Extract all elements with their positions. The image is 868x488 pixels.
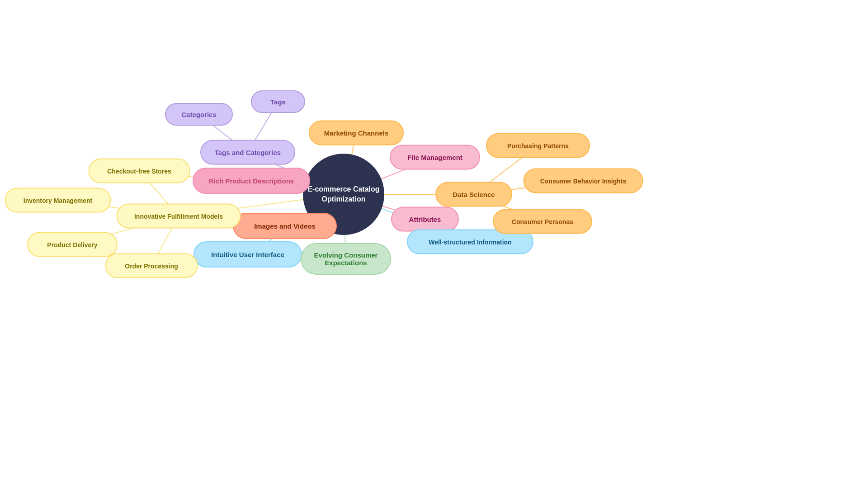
node-tags[interactable]: Tags [251,90,305,113]
mindmap-canvas: E-commerce Catalog OptimizationTagsCateg… [0,0,868,488]
node-consumer-behavior[interactable]: Consumer Behavior Insights [524,169,643,193]
node-categories[interactable]: Categories [165,103,233,126]
node-rich-desc[interactable]: Rich Product Descriptions [193,168,310,194]
node-product-delivery[interactable]: Product Delivery [27,232,118,257]
node-data-science[interactable]: Data Science [435,182,512,207]
node-purchasing[interactable]: Purchasing Patterns [486,133,590,158]
node-checkout-free[interactable]: Checkout-free Stores [89,159,190,183]
node-marketing[interactable]: Marketing Channels [309,121,404,145]
node-attributes[interactable]: Attributes [391,207,459,232]
node-file-mgmt[interactable]: File Management [390,145,480,170]
node-evolving[interactable]: Evolving Consumer Expectations [301,243,391,275]
node-innovative[interactable]: Innovative Fulfillment Models [117,204,241,229]
node-order-processing[interactable]: Order Processing [105,253,198,278]
node-intuitive-ui[interactable]: Intuitive User Interface [193,241,302,267]
node-inventory[interactable]: Inventory Management [5,188,111,213]
node-consumer-personas[interactable]: Consumer Personas [493,209,592,234]
node-images-videos[interactable]: Images and Videos [233,213,337,239]
node-tags-categories[interactable]: Tags and Categories [200,140,295,165]
